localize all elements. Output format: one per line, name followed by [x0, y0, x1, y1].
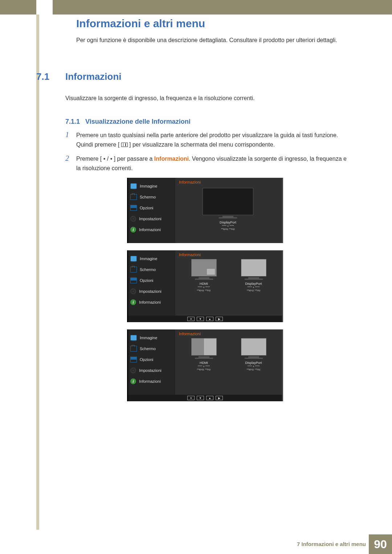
- osd-panel-pip: Immagine Schermo Opzioni Impostazioni iI…: [127, 250, 283, 322]
- osd-pane-title: Informazioni: [175, 329, 282, 338]
- resolution-label: **** x ****: [248, 365, 260, 368]
- nav-right-button[interactable]: ▶: [216, 317, 223, 321]
- osd-nav-bar: ✕ ▼ ▲ ▶: [127, 316, 283, 322]
- osd-menu-opzioni[interactable]: Opzioni: [130, 202, 173, 213]
- osd-menu-label: Impostazioni: [139, 368, 162, 373]
- port-label: HDMI: [200, 361, 208, 365]
- osd-menu-label: Schermo: [140, 195, 156, 199]
- osd-menu-label: Schermo: [140, 346, 156, 351]
- chapter-intro: Per ogni funzione è disponibile una desc…: [76, 36, 348, 45]
- footer-chapter-label: 7 Informazioni e altri menu: [297, 541, 366, 547]
- frequency-label: **kHz **Hz: [197, 368, 211, 371]
- info-icon: i: [130, 227, 136, 233]
- osd-menu-immagine[interactable]: Immagine: [130, 253, 173, 264]
- monitor-screen: [203, 188, 253, 215]
- dual-monitor-area: HDMI **** x **** **kHz **Hz DisplayPort …: [175, 338, 282, 371]
- dual-monitor-area: HDMI **** x **** **kHz **Hz DisplayPort …: [175, 259, 282, 292]
- frequency-label: **kHz **Hz: [246, 368, 260, 371]
- osd-menu-label: Informazioni: [139, 379, 161, 383]
- osd-content-pane: Informazioni DisplayPort **** x **** **k…: [175, 178, 282, 243]
- monitor-diagram-right: DisplayPort **** x **** **kHz **Hz: [232, 259, 275, 292]
- monitor-diagram-right: DisplayPort **** x **** **kHz **Hz: [232, 338, 275, 371]
- osd-menu-informazioni[interactable]: iInformazioni: [130, 224, 173, 235]
- monitor-base: [195, 279, 213, 280]
- osd-menu-label: Impostazioni: [139, 217, 162, 221]
- subsection-number: 7.1.1: [65, 118, 80, 125]
- monitor-base: [245, 279, 263, 280]
- port-label: DisplayPort: [245, 282, 262, 286]
- section-title: Informazioni: [65, 71, 122, 82]
- osd-menu-label: Immagine: [140, 336, 157, 340]
- frequency-label: **kHz **Hz: [197, 289, 211, 292]
- monitor-screen: [241, 259, 266, 276]
- picture-icon: [130, 183, 137, 189]
- subsection-title: Visualizzazione delle Informazioni: [85, 118, 191, 125]
- osd-content-pane: Informazioni HDMI **** x **** **kHz **Hz: [175, 250, 282, 316]
- monitor-diagram: DisplayPort **** x **** **kHz **Hz: [188, 188, 268, 231]
- settings-icon: [130, 216, 136, 222]
- osd-menu-informazioni[interactable]: iInformazioni: [130, 376, 173, 387]
- nav-down-button[interactable]: ▼: [197, 396, 204, 400]
- monitor-base: [245, 358, 263, 359]
- options-icon: [130, 357, 137, 362]
- left-margin-bar: [36, 15, 39, 530]
- osd-content-pane: Informazioni HDMI **** x **** **kHz **Hz: [175, 329, 282, 395]
- port-label: DisplayPort: [220, 221, 236, 224]
- nav-close-button[interactable]: ✕: [187, 396, 195, 400]
- osd-menu-label: Immagine: [140, 257, 157, 261]
- info-icon: i: [130, 299, 136, 305]
- osd-panel-single: Immagine Schermo Opzioni Impostazioni iI…: [127, 178, 283, 243]
- osd-nav-bar: ✕ ▼ ▲ ▶: [127, 395, 283, 401]
- osd-menu-impostazioni[interactable]: Impostazioni: [130, 213, 173, 224]
- frequency-label: **kHz **Hz: [221, 227, 235, 231]
- screen-icon: [130, 194, 137, 200]
- osd-menu-impostazioni[interactable]: Impostazioni: [130, 286, 173, 297]
- step-number: 1: [65, 131, 76, 149]
- osd-menu-schermo[interactable]: Schermo: [130, 264, 173, 275]
- port-label: HDMI: [200, 282, 208, 286]
- nav-down-button[interactable]: ▼: [197, 317, 204, 321]
- step-text: Premere [ • / • ] per passare a Informaz…: [76, 154, 348, 173]
- osd-panel-pbp: Immagine Schermo Opzioni Impostazioni iI…: [127, 329, 283, 401]
- picture-icon: [130, 256, 137, 262]
- osd-menu-list: Immagine Schermo Opzioni Impostazioni iI…: [128, 178, 175, 243]
- osd-pane-title: Informazioni: [175, 250, 282, 259]
- osd-screenshots-area: Immagine Schermo Opzioni Impostazioni iI…: [127, 178, 283, 409]
- osd-menu-opzioni[interactable]: Opzioni: [130, 275, 173, 286]
- step-2-pre: Premere [ • / • ] per passare a: [76, 156, 154, 162]
- info-icon: i: [130, 378, 136, 384]
- osd-menu-immagine[interactable]: Immagine: [130, 332, 173, 343]
- step-number: 2: [65, 154, 76, 173]
- footer-page-number: 90: [369, 534, 392, 554]
- screen-icon: [130, 346, 137, 352]
- section-text: Visualizzare la sorgente di ingresso, la…: [65, 95, 348, 102]
- monitor-base: [219, 217, 237, 218]
- osd-menu-impostazioni[interactable]: Impostazioni: [130, 365, 173, 376]
- osd-menu-informazioni[interactable]: iInformazioni: [130, 297, 173, 308]
- osd-menu-label: Opzioni: [140, 357, 153, 362]
- osd-menu-schermo[interactable]: Schermo: [130, 192, 173, 202]
- osd-menu-label: Opzioni: [140, 206, 153, 210]
- top-bar: [0, 0, 392, 15]
- monitor-diagram-left: HDMI **** x **** **kHz **Hz: [182, 338, 226, 371]
- osd-pane-title: Informazioni: [175, 178, 282, 186]
- picture-icon: [130, 335, 137, 341]
- osd-menu-opzioni[interactable]: Opzioni: [130, 354, 173, 365]
- monitor-diagram-left: HDMI **** x **** **kHz **Hz: [182, 259, 226, 292]
- options-icon: [130, 278, 137, 283]
- nav-up-button[interactable]: ▲: [206, 396, 213, 400]
- nav-close-button[interactable]: ✕: [187, 317, 195, 321]
- nav-right-button[interactable]: ▶: [216, 396, 223, 400]
- osd-menu-immagine[interactable]: Immagine: [130, 181, 173, 192]
- nav-up-button[interactable]: ▲: [206, 317, 213, 321]
- osd-menu-schermo[interactable]: Schermo: [130, 343, 173, 354]
- step-2-accent: Informazioni: [154, 156, 189, 162]
- step-1: 1 Premere un tasto qualsiasi nella parte…: [65, 131, 348, 149]
- osd-menu-label: Schermo: [140, 267, 156, 272]
- resolution-label: **** x ****: [222, 224, 234, 227]
- port-label: DisplayPort: [245, 361, 262, 365]
- osd-menu-list: Immagine Schermo Opzioni Impostazioni iI…: [128, 329, 175, 395]
- step-text: Premere un tasto qualsiasi nella parte a…: [76, 131, 348, 149]
- options-icon: [130, 205, 137, 211]
- subsection-heading: 7.1.1 Visualizzazione delle Informazioni: [65, 118, 191, 126]
